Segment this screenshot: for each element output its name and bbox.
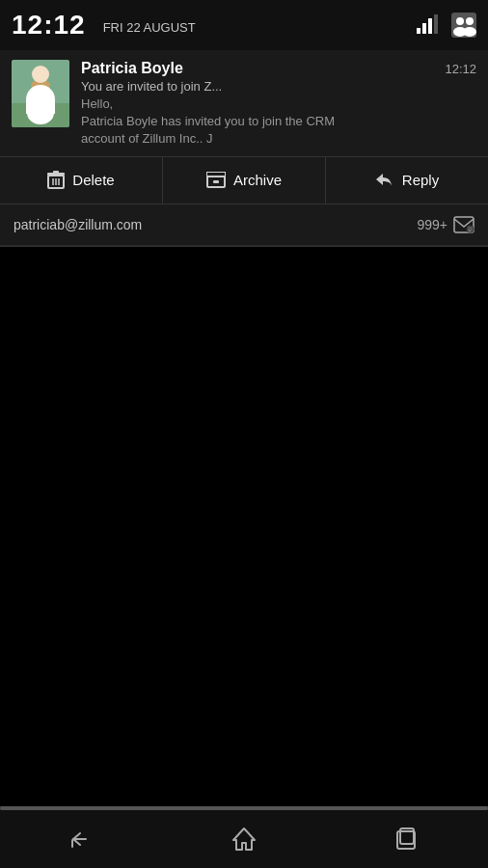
back-button[interactable] xyxy=(52,820,110,858)
back-icon xyxy=(67,827,95,851)
email-address: patriciab@zillum.com xyxy=(14,217,142,232)
status-left: 12:12 FRI 22 AUGUST xyxy=(12,10,196,41)
status-bar: 12:12 FRI 22 AUGUST xyxy=(0,0,488,50)
preview-line1: Hello, xyxy=(81,96,113,111)
reply-button[interactable]: Reply xyxy=(326,157,488,203)
svg-point-6 xyxy=(466,17,474,25)
notification-header: Patricia Boyle 12:12 You are invited to … xyxy=(0,50,488,156)
trash-icon xyxy=(47,171,65,190)
status-time: 12:12 xyxy=(12,10,86,41)
contacts-icon xyxy=(451,13,476,38)
svg-rect-2 xyxy=(428,18,432,34)
svg-marker-26 xyxy=(233,828,255,850)
svg-rect-0 xyxy=(417,28,420,34)
email-row: patriciab@zillum.com 999+ + xyxy=(0,204,488,246)
archive-label: Archive xyxy=(233,172,282,188)
archive-button[interactable]: Archive xyxy=(163,157,326,203)
svg-point-5 xyxy=(456,17,464,25)
home-icon xyxy=(231,827,257,852)
avatar-image xyxy=(12,60,69,127)
avatar-svg xyxy=(12,60,69,127)
email-right: 999+ + xyxy=(417,216,474,233)
svg-rect-3 xyxy=(434,14,438,34)
delete-label: Delete xyxy=(72,172,114,188)
svg-point-11 xyxy=(27,101,54,124)
archive-icon xyxy=(206,172,226,189)
notification-preview: Hello, Patricia Boyle has invited you to… xyxy=(81,95,476,149)
home-button[interactable] xyxy=(215,820,273,858)
svg-rect-1 xyxy=(422,23,426,34)
notification-top-row: Patricia Boyle 12:12 xyxy=(81,60,476,77)
recents-icon xyxy=(395,827,419,851)
svg-rect-16 xyxy=(53,171,59,174)
status-right xyxy=(417,13,476,38)
envelope-icon: + xyxy=(453,216,474,233)
svg-point-13 xyxy=(31,80,50,90)
preview-line2: Patricia Boyle has invited you to join t… xyxy=(81,114,335,128)
avatar xyxy=(12,60,69,127)
nav-bar xyxy=(0,810,488,868)
recents-button[interactable] xyxy=(378,820,436,858)
email-count: 999+ xyxy=(417,217,447,232)
preview-line3: account of Zillum Inc.. J xyxy=(81,131,213,146)
notification-time: 12:12 xyxy=(445,62,476,76)
delete-button[interactable]: Delete xyxy=(0,157,163,203)
svg-point-8 xyxy=(463,27,476,37)
signal-icon xyxy=(417,14,438,36)
notification-subject: You are invited to join Z... xyxy=(81,79,476,94)
sender-name: Patricia Boyle xyxy=(81,60,183,77)
svg-rect-22 xyxy=(213,180,219,183)
reply-label: Reply xyxy=(402,172,439,188)
notification-card: Patricia Boyle 12:12 You are invited to … xyxy=(0,50,488,247)
notification-content: Patricia Boyle 12:12 You are invited to … xyxy=(81,60,476,149)
reply-icon xyxy=(375,172,394,189)
status-date: FRI 22 AUGUST xyxy=(103,20,196,35)
action-buttons: Delete Archive Reply xyxy=(0,156,488,204)
svg-text:+: + xyxy=(469,228,472,233)
